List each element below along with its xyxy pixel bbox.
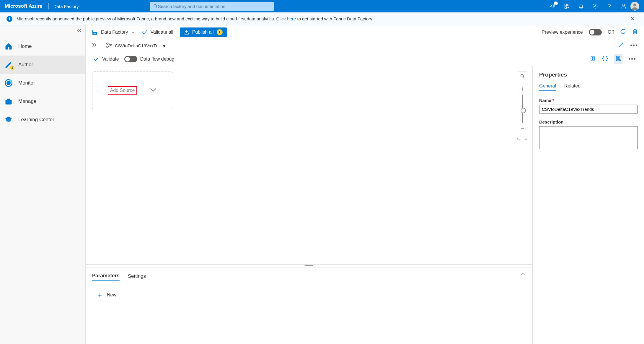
announcements-icon[interactable]: 1 bbox=[550, 3, 556, 9]
notification-badge: 1 bbox=[554, 1, 558, 5]
preview-experience-toggle[interactable] bbox=[589, 29, 602, 35]
publish-all-button[interactable]: Publish all 1 bbox=[180, 27, 227, 37]
svg-rect-3 bbox=[568, 4, 569, 6]
main-toolbar: Data Factory Validate all Publish all 1 … bbox=[86, 25, 644, 39]
canvas-search-button[interactable] bbox=[518, 72, 527, 81]
svg-point-10 bbox=[6, 81, 11, 85]
product-label: Data Factory bbox=[53, 4, 79, 9]
bottom-tab-settings[interactable]: Settings bbox=[128, 272, 146, 281]
publish-all-label: Publish all bbox=[192, 30, 214, 35]
svg-point-6 bbox=[623, 4, 625, 6]
properties-toggle-button[interactable] bbox=[614, 54, 622, 64]
left-sidebar: Home 1 Author Monitor Manage Learnin bbox=[0, 25, 86, 344]
bottom-panel-collapse[interactable] bbox=[520, 272, 526, 278]
manage-icon bbox=[4, 97, 13, 106]
feedback-icon[interactable] bbox=[620, 3, 627, 9]
zoom-out-button[interactable]: − bbox=[518, 124, 527, 133]
nav-label: Home bbox=[18, 43, 32, 49]
settings-icon[interactable] bbox=[592, 3, 599, 9]
new-label: New bbox=[107, 292, 116, 298]
sidebar-collapse-button[interactable] bbox=[76, 28, 82, 34]
prop-tab-general[interactable]: General bbox=[539, 83, 556, 91]
nav-monitor[interactable]: Monitor bbox=[0, 74, 85, 92]
nav-label: Monitor bbox=[18, 80, 35, 86]
nav-label: Learning Center bbox=[18, 117, 54, 123]
add-source-dropdown[interactable] bbox=[149, 86, 157, 95]
dataflow-debug-label: Data flow debug bbox=[140, 56, 175, 62]
description-textarea[interactable] bbox=[539, 126, 638, 149]
tab-label: CSVtoDeltaC19VaxTr... bbox=[115, 43, 161, 48]
learning-icon bbox=[4, 115, 13, 124]
info-icon: i bbox=[6, 16, 12, 22]
banner-link[interactable]: here bbox=[287, 16, 296, 21]
validate-all-button[interactable]: Validate all bbox=[142, 29, 173, 35]
nav-learning[interactable]: Learning Center bbox=[0, 111, 85, 129]
svg-point-18 bbox=[107, 43, 108, 44]
nav-author[interactable]: 1 Author bbox=[0, 56, 85, 74]
validate-label: Validate bbox=[102, 56, 119, 62]
global-search[interactable] bbox=[150, 2, 274, 11]
author-badge: 1 bbox=[10, 66, 14, 70]
panel-splitter[interactable] bbox=[86, 264, 532, 267]
prop-tab-related[interactable]: Related bbox=[564, 83, 581, 91]
breadcrumb-label: Data Factory bbox=[101, 30, 128, 35]
svg-rect-12 bbox=[7, 99, 10, 100]
user-avatar[interactable] bbox=[630, 2, 639, 11]
zoom-fit-button[interactable]: ▭ ▭ bbox=[517, 136, 528, 141]
description-field-label: Description bbox=[539, 119, 638, 124]
svg-point-7 bbox=[633, 4, 636, 7]
nav-label: Author bbox=[18, 62, 33, 68]
zoom-in-button[interactable]: ＋ bbox=[518, 84, 527, 93]
svg-point-19 bbox=[107, 46, 108, 48]
dataflow-canvas[interactable]: Add Source ＋ − ▭ ▭ bbox=[86, 66, 532, 264]
refresh-button[interactable] bbox=[620, 28, 626, 36]
tab-dataflow[interactable]: CSVtoDeltaC19VaxTr... bbox=[102, 39, 169, 52]
dataflow-debug-toggle[interactable] bbox=[124, 56, 137, 62]
nav-manage[interactable]: Manage bbox=[0, 92, 85, 111]
svg-rect-11 bbox=[6, 100, 12, 104]
dataflow-icon bbox=[106, 42, 113, 49]
svg-line-1 bbox=[156, 7, 157, 8]
notifications-icon[interactable] bbox=[578, 3, 584, 9]
properties-title: Properties bbox=[539, 72, 638, 78]
script-view-button[interactable] bbox=[590, 55, 596, 63]
chevron-down-icon bbox=[131, 30, 135, 34]
global-search-input[interactable] bbox=[158, 4, 270, 9]
bottom-tab-parameters[interactable]: Parameters bbox=[92, 271, 120, 281]
banner-text: Microsoft recently announced the public … bbox=[17, 16, 624, 21]
publish-count-badge: 1 bbox=[217, 29, 223, 35]
properties-panel: Properties General Related Name * Descri… bbox=[532, 66, 644, 344]
svg-rect-4 bbox=[565, 7, 567, 9]
validate-button[interactable]: Validate bbox=[93, 56, 119, 62]
zoom-slider[interactable] bbox=[522, 95, 523, 123]
svg-point-0 bbox=[154, 4, 156, 7]
preview-experience-label: Preview experience bbox=[542, 30, 583, 35]
add-source-box[interactable]: Add Source bbox=[92, 72, 173, 109]
dataflow-editor-toolbar: Validate Data flow debug ••• bbox=[86, 52, 644, 66]
editor-more-button[interactable]: ••• bbox=[628, 56, 636, 62]
help-icon[interactable] bbox=[606, 3, 613, 9]
nav-home[interactable]: Home bbox=[0, 37, 85, 56]
validate-icon bbox=[142, 29, 148, 35]
header-actions: 1 bbox=[550, 3, 627, 9]
svg-point-24 bbox=[521, 74, 524, 77]
add-source-label[interactable]: Add Source bbox=[108, 86, 137, 95]
delete-button[interactable] bbox=[632, 28, 638, 36]
maximize-button[interactable] bbox=[618, 42, 624, 49]
header-divider bbox=[48, 3, 49, 9]
bottom-panel: Parameters Settings ＋ New bbox=[86, 267, 532, 344]
name-field-label: Name * bbox=[539, 98, 638, 103]
name-input[interactable] bbox=[539, 105, 638, 113]
switch-directory-icon[interactable] bbox=[564, 3, 570, 9]
expand-tabs-button[interactable] bbox=[92, 43, 97, 48]
search-icon bbox=[153, 4, 158, 9]
more-actions-button[interactable]: ••• bbox=[630, 42, 638, 49]
svg-point-5 bbox=[595, 6, 596, 7]
new-parameter-button[interactable]: ＋ New bbox=[92, 290, 526, 300]
breadcrumb-data-factory[interactable]: Data Factory bbox=[92, 29, 135, 35]
code-view-button[interactable] bbox=[602, 55, 608, 63]
banner-close-button[interactable]: ✕ bbox=[628, 14, 638, 23]
banner-text-before: Microsoft recently announced the public … bbox=[17, 16, 287, 21]
publish-icon bbox=[184, 30, 189, 35]
brand-label: Microsoft Azure bbox=[5, 3, 43, 9]
